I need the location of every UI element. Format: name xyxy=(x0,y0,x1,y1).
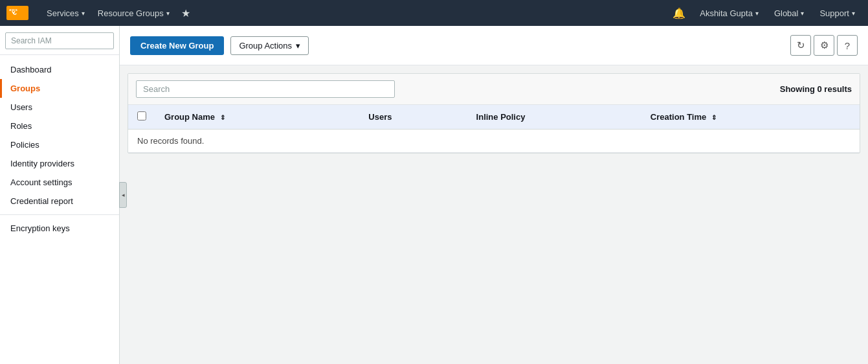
refresh-icon: ↻ xyxy=(797,40,805,51)
sidebar-nav: DashboardGroupsUsersRolesPoliciesIdentit… xyxy=(0,55,119,243)
user-menu[interactable]: Akshita Gupta ▾ xyxy=(693,0,765,26)
content-toolbar: Create New Group Group Actions ▾ ↻ ⚙ ? xyxy=(120,26,868,65)
aws-logo-text: aws xyxy=(8,6,27,19)
bookmarks-icon[interactable]: ★ xyxy=(176,7,195,19)
user-name-label: Akshita Gupta xyxy=(700,8,753,18)
group-actions-label: Group Actions xyxy=(239,41,292,51)
table-body: No records found. xyxy=(128,130,860,153)
resource-groups-caret: ▾ xyxy=(166,10,170,17)
create-new-group-button[interactable]: Create New Group xyxy=(130,36,224,55)
sidebar-collapse-button[interactable]: ◂ xyxy=(119,182,127,208)
creation-time-column-label: Creation Time xyxy=(651,112,706,122)
services-menu[interactable]: Services ▾ xyxy=(40,0,91,26)
groups-table-area: Showing 0 results Group Name ⇕ Users xyxy=(128,73,860,154)
region-label: Global xyxy=(774,8,799,18)
users-column-label: Users xyxy=(368,112,392,122)
select-all-header xyxy=(128,105,155,130)
settings-button[interactable]: ⚙ xyxy=(814,35,834,56)
toolbar-right: ↻ ⚙ ? xyxy=(790,35,858,56)
resource-groups-menu[interactable]: Resource Groups ▾ xyxy=(91,0,176,26)
table-search-input[interactable] xyxy=(136,80,395,98)
sidebar-item-groups[interactable]: Groups xyxy=(0,79,119,98)
resource-groups-label: Resource Groups xyxy=(98,8,164,18)
select-all-checkbox[interactable] xyxy=(137,111,146,120)
table-header-row: Group Name ⇕ Users Inline Policy Creatio… xyxy=(128,105,860,130)
showing-results-label: Showing 0 results xyxy=(780,84,852,94)
inline-policy-column-label: Inline Policy xyxy=(476,112,526,122)
sidebar-search-wrap xyxy=(0,26,119,55)
main-layout: DashboardGroupsUsersRolesPoliciesIdentit… xyxy=(0,26,868,364)
support-menu[interactable]: Support ▾ xyxy=(813,0,862,26)
group-name-column-label: Group Name xyxy=(164,112,215,122)
sidebar-item-dashboard[interactable]: Dashboard xyxy=(0,60,119,79)
support-label: Support xyxy=(819,8,849,18)
table-search-bar: Showing 0 results xyxy=(128,74,860,105)
notifications-bell-icon[interactable]: 🔔 xyxy=(667,7,691,19)
help-button[interactable]: ? xyxy=(837,35,858,56)
no-records-row: No records found. xyxy=(128,130,860,153)
services-caret: ▾ xyxy=(82,10,85,17)
sidebar: DashboardGroupsUsersRolesPoliciesIdentit… xyxy=(0,26,120,364)
user-menu-caret: ▾ xyxy=(755,10,759,17)
sidebar-item-users[interactable]: Users xyxy=(0,98,119,117)
support-caret: ▾ xyxy=(852,10,855,17)
aws-logo[interactable]: aws xyxy=(6,6,28,20)
svg-text:aws: aws xyxy=(9,7,17,12)
sidebar-item-policies[interactable]: Policies xyxy=(0,135,119,154)
sidebar-item-identity-providers[interactable]: Identity providers xyxy=(0,154,119,173)
sidebar-item-account-settings[interactable]: Account settings xyxy=(0,173,119,192)
sidebar-divider xyxy=(0,214,119,215)
search-iam-input[interactable] xyxy=(5,32,114,49)
services-label: Services xyxy=(47,8,79,18)
group-actions-caret: ▾ xyxy=(296,41,300,51)
creation-time-sort-icon: ⇕ xyxy=(711,114,717,121)
top-navigation: aws Services ▾ Resource Groups ▾ ★ 🔔 Aks… xyxy=(0,0,868,26)
creation-time-column-header[interactable]: Creation Time ⇕ xyxy=(641,105,860,130)
help-icon: ? xyxy=(845,40,850,51)
region-menu[interactable]: Global ▾ xyxy=(768,0,811,26)
inline-policy-column-header: Inline Policy xyxy=(467,105,641,130)
group-name-sort-icon: ⇕ xyxy=(220,114,225,121)
refresh-button[interactable]: ↻ xyxy=(790,35,811,56)
group-actions-button[interactable]: Group Actions ▾ xyxy=(230,36,309,55)
sidebar-item-credential-report[interactable]: Credential report xyxy=(0,192,119,210)
sidebar-item-roles[interactable]: Roles xyxy=(0,117,119,135)
users-column-header: Users xyxy=(359,105,467,130)
groups-table: Group Name ⇕ Users Inline Policy Creatio… xyxy=(128,105,860,153)
table-header: Group Name ⇕ Users Inline Policy Creatio… xyxy=(128,105,860,130)
region-caret: ▾ xyxy=(801,10,804,17)
nav-right-section: 🔔 Akshita Gupta ▾ Global ▾ Support ▾ xyxy=(667,0,862,26)
sidebar-item-encryption-keys[interactable]: Encryption keys xyxy=(0,219,119,238)
no-records-cell: No records found. xyxy=(128,130,860,153)
group-name-column-header[interactable]: Group Name ⇕ xyxy=(155,105,359,130)
main-content: Create New Group Group Actions ▾ ↻ ⚙ ? xyxy=(120,26,868,364)
settings-icon: ⚙ xyxy=(820,40,829,51)
